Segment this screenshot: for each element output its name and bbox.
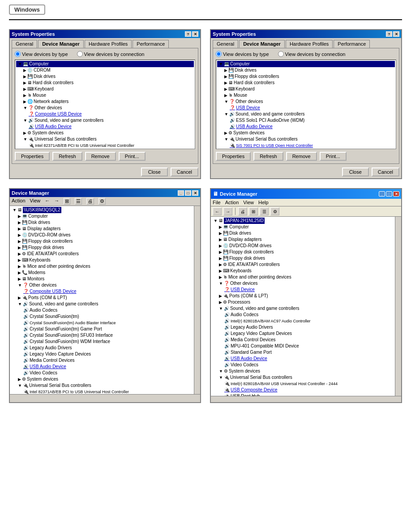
tab-hardware-profiles-tr[interactable]: Hardware Profiles bbox=[286, 40, 333, 48]
close-btn-top-left[interactable]: ✕ bbox=[192, 31, 198, 37]
tree-item-mouse-tl[interactable]: ▶ 🖱 Mouse bbox=[21, 92, 194, 99]
tree-item-sound-tr[interactable]: ▼ 🔊 Sound, video and game controllers bbox=[223, 111, 395, 117]
tree-item-usb-tr[interactable]: ▼ 🔌 Universal Serial Bus controllers bbox=[223, 136, 395, 142]
tree-item-sysdev-tr[interactable]: ▶ ⚙ System devices bbox=[223, 130, 395, 136]
close-btn-bl[interactable]: ✕ bbox=[192, 190, 198, 196]
tab-general-tr[interactable]: General bbox=[213, 40, 238, 48]
close-btn-dialog-tr[interactable]: Close bbox=[342, 167, 369, 176]
tree-item-disk-tr[interactable]: ▶ 💾 Disk drives bbox=[223, 67, 395, 73]
tree-item-ess-tr[interactable]: 🔊 ESS Solo1 PCI AudioDrive (WDM) bbox=[228, 117, 395, 124]
scrollbar-v-br[interactable] bbox=[395, 217, 401, 396]
menu-nav1-bl[interactable]: ← bbox=[45, 198, 50, 205]
properties-btn-tr[interactable]: Properties bbox=[216, 152, 251, 161]
tab-performance-tr[interactable]: Performance bbox=[334, 40, 370, 48]
toolbar-icon1-br[interactable]: ⊞ bbox=[249, 207, 258, 215]
tree-item-usbcomp-tl[interactable]: 🔌 USB Composite Device bbox=[27, 149, 194, 149]
toolbar-print-br[interactable]: 🖨 bbox=[238, 207, 247, 215]
scrollbar-v-bl[interactable] bbox=[194, 206, 200, 394]
tree-root-bl[interactable]: ▼ 🖥 \\USKI8M3QSQL2 bbox=[11, 207, 194, 213]
tree-item-floppy-ctrl-tr[interactable]: ▶ 💾 Floppy disk controllers bbox=[223, 73, 395, 80]
menu-nav2-bl[interactable]: → bbox=[54, 198, 59, 205]
tree-item-other-tl[interactable]: ▼ ❓ Other devices bbox=[21, 105, 194, 111]
radio-by-connection-tr[interactable]: View devices by connection bbox=[278, 51, 346, 57]
refresh-btn-tl[interactable]: Refresh bbox=[52, 152, 82, 161]
properties-btn-tl[interactable]: Properties bbox=[15, 152, 50, 161]
tree-item-usbcomp-tr[interactable]: 🔌 USB Composite Device bbox=[228, 149, 395, 149]
device-tree-bl[interactable]: ▼ 🖥 \\USKI8M3QSQL2 ▶💻Computer ▶💾Disk dri… bbox=[10, 206, 200, 394]
tree-item-sound-tl[interactable]: ▼ 🔊 Sound, video and game controllers bbox=[21, 117, 194, 124]
menu-view-bl[interactable]: View bbox=[30, 198, 41, 205]
tree-item-other-tr[interactable]: ▼ ❓ Other devices bbox=[223, 99, 395, 105]
tree-item-mouse-tr[interactable]: ▶ 🖱 Mouse bbox=[223, 92, 395, 99]
tab-general-tl[interactable]: General bbox=[12, 40, 37, 48]
radio-input-type-tr[interactable] bbox=[216, 51, 222, 57]
toolbar-icon3-br[interactable]: ⚙ bbox=[270, 207, 279, 215]
close-btn-tr[interactable]: ✕ bbox=[393, 31, 399, 37]
tree-label-usbaudio-tl: USB Audio Device bbox=[35, 124, 72, 130]
print-btn-tl[interactable]: Print... bbox=[119, 152, 146, 161]
cancel-btn-tr[interactable]: Cancel bbox=[372, 167, 399, 176]
remove-btn-tr[interactable]: Remove bbox=[286, 152, 317, 161]
menu-view-br[interactable]: View bbox=[243, 200, 254, 205]
tab-device-manager-tl[interactable]: Device Manager bbox=[38, 40, 84, 48]
close-btn-br[interactable]: ✕ bbox=[393, 191, 399, 197]
close-btn-dialog-tl[interactable]: Close bbox=[141, 167, 168, 176]
toolbar-forward-br[interactable]: → bbox=[223, 207, 232, 215]
maximize-btn-br[interactable]: □ bbox=[386, 191, 392, 197]
minimize-btn-bl[interactable]: _ bbox=[178, 190, 184, 196]
question-btn-tr[interactable]: ? bbox=[386, 31, 392, 37]
tree-item-sis-tr[interactable]: 🔌 SiS 7001 PCI to USB Open Host Controll… bbox=[228, 142, 395, 149]
remove-btn-tl[interactable]: Remove bbox=[85, 152, 116, 161]
tree-item-sysdev-tl[interactable]: ▶ ⚙ System devices bbox=[21, 130, 194, 136]
menu-action-br[interactable]: Action bbox=[225, 200, 239, 205]
tree-item-computer-tl[interactable]: ▼ 💻 Computer bbox=[16, 61, 194, 67]
tree-item-usbaudio-tr[interactable]: 🔊 USB Audio Device bbox=[228, 124, 395, 130]
radio-input-connection-tr[interactable] bbox=[278, 51, 284, 57]
device-tree-br[interactable]: ▼ 🖥 JAPAN-2H1NL25ID ▶💻Computer ▶💾Disk dr… bbox=[211, 217, 401, 396]
tree-item-hdc-tr[interactable]: ▶ 🖥 Hard disk controllers bbox=[223, 80, 395, 86]
tree-item-kb-tl[interactable]: ▶ ⌨ Keyboard bbox=[21, 86, 194, 92]
tree-item-cdrom-tl[interactable]: ▶ 💿 CDROM bbox=[21, 67, 194, 73]
radio-input-connection-tl[interactable] bbox=[77, 51, 83, 57]
menu-icon4-bl[interactable]: ⚙ bbox=[98, 198, 106, 205]
tree-item-computer-tr[interactable]: ▼ 💻 Computer bbox=[217, 61, 395, 67]
toolbar-icon2-br[interactable]: ☰ bbox=[260, 207, 269, 215]
refresh-btn-tr[interactable]: Refresh bbox=[253, 152, 283, 161]
device-tree-tr[interactable]: ▼ 💻 Computer ▶ 💾 Disk drives ▶ 💾 Floppy … bbox=[216, 60, 396, 149]
tree-root-br[interactable]: ▼ 🖥 JAPAN-2H1NL25ID bbox=[212, 218, 395, 224]
tree-item-usbaudio-tl[interactable]: 🔊 USB Audio Device bbox=[27, 124, 194, 130]
cancel-btn-tl[interactable]: Cancel bbox=[171, 167, 198, 176]
tree-item-usb-tl[interactable]: ▼ 🔌 Universal Serial Bus controllers bbox=[21, 136, 194, 142]
toolbar-back-br[interactable]: ← bbox=[213, 207, 222, 215]
menu-action-bl[interactable]: Action bbox=[12, 198, 26, 205]
menu-icon2-bl[interactable]: ☰ bbox=[75, 198, 82, 205]
tree-item-intel-tl[interactable]: 🔌 Intel 82371AB/EB PCI to USB Universal … bbox=[27, 142, 194, 149]
menu-help-br[interactable]: Help bbox=[258, 200, 269, 205]
print-btn-tr[interactable]: Print... bbox=[320, 152, 347, 161]
radio-input-type-tl[interactable] bbox=[15, 51, 21, 57]
tree-item-hdc-tl[interactable]: ▶ 🖥 Hard disk controllers bbox=[21, 80, 194, 86]
tab-device-manager-tr[interactable]: Device Manager bbox=[239, 40, 285, 48]
props-buttons-tl: Properties Refresh Remove Print... bbox=[15, 152, 195, 161]
tree-item-compositeusb-tl[interactable]: ❓ Composite USB Device bbox=[27, 111, 194, 117]
tree-item-usbdev-tr[interactable]: ❓ USB Device bbox=[228, 105, 395, 111]
maximize-btn-bl[interactable]: □ bbox=[185, 190, 191, 196]
scrollbar-h-bl[interactable] bbox=[10, 394, 200, 400]
question-btn-top-left[interactable]: ? bbox=[185, 31, 191, 37]
menu-icon1-bl[interactable]: ⊞ bbox=[64, 198, 70, 205]
menu-file-br[interactable]: File bbox=[213, 200, 221, 205]
tree-item-kb-tr[interactable]: ▶ ⌨ Keyboard bbox=[223, 86, 395, 92]
tab-hardware-profiles-tl[interactable]: Hardware Profiles bbox=[85, 40, 132, 48]
minimize-btn-br[interactable]: _ bbox=[379, 191, 385, 197]
radio-by-type-tr[interactable]: View devices by type bbox=[216, 51, 269, 57]
tree-item-disk-tl[interactable]: ▶ 💾 Disk drives bbox=[21, 73, 194, 80]
menu-icon3-bl[interactable]: 🖨 bbox=[86, 198, 94, 205]
tab-performance-tl[interactable]: Performance bbox=[133, 40, 169, 48]
device-tree-tl[interactable]: ▼ 💻 Computer ▶ 💿 CDROM ▶ 💾 Disk drives bbox=[15, 60, 195, 149]
tree-label-usbcomp-tl: USB Composite Device bbox=[35, 149, 81, 149]
scrollbar-h-br[interactable] bbox=[211, 396, 401, 402]
radio-label-type-tr: View devices by type bbox=[223, 51, 269, 57]
radio-by-type-tl[interactable]: View devices by type bbox=[15, 51, 68, 57]
tree-item-netadap-tl[interactable]: ▶ 🌐 Network adapters bbox=[21, 99, 194, 105]
radio-by-connection-tl[interactable]: View devices by connection bbox=[77, 51, 145, 57]
